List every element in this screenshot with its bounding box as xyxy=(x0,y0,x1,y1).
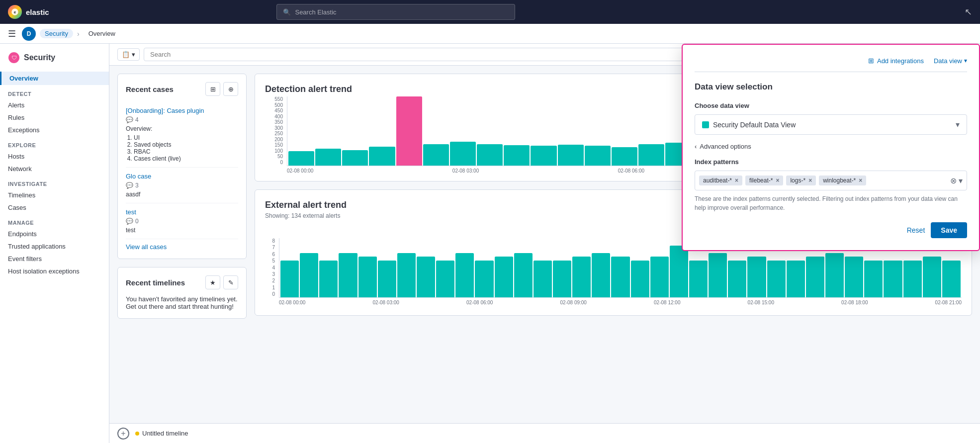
index-tag-remove-logs[interactable]: × xyxy=(808,177,812,184)
case-item-2: test 💬 0 test xyxy=(126,203,238,239)
bar xyxy=(436,261,454,297)
comment-count-1: 3 xyxy=(135,182,139,189)
breadcrumb-overview[interactable]: Overview xyxy=(84,29,120,38)
bar xyxy=(806,257,824,297)
sidebar-item-alerts[interactable]: Alerts xyxy=(0,99,109,111)
bar xyxy=(650,257,669,297)
add-integrations-label: Add integrations xyxy=(877,57,924,65)
advanced-chevron-icon: ‹ xyxy=(695,143,697,150)
elastic-logo[interactable]: e elastic xyxy=(8,5,49,19)
list-item: UI xyxy=(134,134,238,141)
timelines-card-actions: ★ ✎ xyxy=(205,275,238,289)
filter-toggle-btn[interactable]: 📋 ▾ xyxy=(117,48,140,61)
tags-clear-btn[interactable]: ⊗ xyxy=(950,176,957,185)
svg-text:e: e xyxy=(14,10,16,14)
sidebar-item-hosts[interactable]: Hosts xyxy=(0,150,109,163)
list-item: RBAC xyxy=(134,148,238,155)
cases-new-btn[interactable]: ⊕ xyxy=(223,82,238,96)
filter-icon: 📋 xyxy=(122,51,130,58)
hamburger-menu[interactable]: ☰ xyxy=(8,28,16,39)
untitled-timeline[interactable]: Untitled timeline xyxy=(135,430,188,437)
global-search-bar[interactable]: 🔍 Search Elastic xyxy=(276,4,515,20)
y-label: 6 xyxy=(272,252,275,257)
bar xyxy=(455,253,474,297)
y-label: 550 xyxy=(274,96,283,102)
advanced-options-toggle[interactable]: ‹ Advanced options xyxy=(695,143,967,150)
bar xyxy=(495,257,513,297)
sidebar-item-exceptions[interactable]: Exceptions xyxy=(0,124,109,136)
content-area: 📋 ▾ 🌐 + Add filter Recent cases ⊞ ⊕ xyxy=(109,44,980,443)
breadcrumb-bar: ☰ D Security › Overview xyxy=(0,24,980,44)
save-button[interactable]: Save xyxy=(931,222,967,238)
sidebar-item-rules[interactable]: Rules xyxy=(0,111,109,124)
case-desc-0: Overview: xyxy=(126,125,238,132)
sidebar-item-network[interactable]: Network xyxy=(0,163,109,175)
sidebar-app-title: Security xyxy=(24,53,55,62)
timelines-card-header: Recent timelines ★ ✎ xyxy=(126,275,238,289)
cases-filter-btn[interactable]: ⊞ xyxy=(205,82,220,96)
bar xyxy=(553,261,571,297)
reset-button[interactable]: Reset xyxy=(907,226,925,234)
bar xyxy=(534,261,552,297)
bar xyxy=(787,261,805,297)
index-tag-remove-filebeat[interactable]: × xyxy=(776,177,779,184)
avatar[interactable]: D xyxy=(22,27,36,41)
timelines-star-btn[interactable]: ★ xyxy=(205,275,220,289)
sidebar-item-event-filters[interactable]: Event filters xyxy=(0,253,109,265)
data-view-btn[interactable]: Data view ▾ xyxy=(934,57,967,65)
bar xyxy=(397,253,416,297)
sidebar-section-detect: Detect xyxy=(0,85,109,99)
timeline-dot xyxy=(135,432,139,436)
y-label: 350 xyxy=(274,119,283,125)
card-header: Recent cases ⊞ ⊕ xyxy=(126,82,238,96)
bar xyxy=(514,253,533,297)
view-all-cases-link[interactable]: View all cases xyxy=(126,243,238,251)
index-tags-container: auditbeat-* × filebeat-* × logs-* × winl… xyxy=(695,171,967,190)
y-label: 50 xyxy=(277,154,283,159)
data-view-label: Data view xyxy=(934,57,962,65)
x-label: 02-08 03:00 xyxy=(373,300,399,305)
sidebar-item-trusted-apps[interactable]: Trusted applications xyxy=(0,240,109,253)
bar xyxy=(825,253,844,297)
recent-cases-card: Recent cases ⊞ ⊕ [Onboarding]: Cases plu… xyxy=(117,74,247,259)
logo-icon: e xyxy=(8,5,22,19)
case-link-0[interactable]: [Onboarding]: Cases plugin xyxy=(126,107,238,114)
add-timeline-btn[interactable]: + xyxy=(117,428,129,440)
case-link-2[interactable]: test xyxy=(126,208,238,216)
elastic-wordmark: elastic xyxy=(26,8,49,16)
bar xyxy=(475,261,493,297)
breadcrumb-separator: › xyxy=(77,30,80,38)
y-label: 7 xyxy=(272,245,275,250)
timelines-edit-btn[interactable]: ✎ xyxy=(223,275,238,289)
y-label: 250 xyxy=(274,131,283,136)
case-link-1[interactable]: Glo case xyxy=(126,173,238,180)
sidebar-item-cases[interactable]: Cases xyxy=(0,201,109,214)
breadcrumb-security[interactable]: Security xyxy=(40,29,73,38)
index-tag-label: logs-* xyxy=(790,177,805,184)
tags-expand-btn[interactable]: ▾ xyxy=(959,176,963,185)
index-tag-remove-auditbeat[interactable]: × xyxy=(735,177,738,184)
add-integrations-btn[interactable]: ⊞ Add integrations xyxy=(868,57,924,65)
index-tag-remove-winlogbeat[interactable]: × xyxy=(859,177,862,184)
y-label: 300 xyxy=(274,125,283,131)
index-tag-label: auditbeat-* xyxy=(703,177,732,184)
sidebar-scroll: Overview Detect Alerts Rules Exceptions … xyxy=(0,72,109,277)
sidebar-item-endpoints[interactable]: Endpoints xyxy=(0,228,109,240)
bar xyxy=(319,261,338,297)
bar xyxy=(378,261,396,297)
sidebar-item-timelines[interactable]: Timelines xyxy=(0,189,109,201)
index-tag-auditbeat: auditbeat-* × xyxy=(699,176,742,185)
data-view-dropdown[interactable]: Security Default Data View ▾ xyxy=(695,114,967,135)
card-actions: ⊞ ⊕ xyxy=(205,82,238,96)
bar xyxy=(585,146,611,166)
list-item: Cases client (live) xyxy=(134,155,238,162)
y-label: 100 xyxy=(274,148,283,154)
sidebar-item-host-isolation[interactable]: Host isolation exceptions xyxy=(0,265,109,277)
sidebar-item-overview[interactable]: Overview xyxy=(0,72,109,85)
x-label: 02-08 06:00 xyxy=(618,168,644,174)
bar xyxy=(631,261,649,297)
panel-title: Data view selection xyxy=(695,82,967,92)
index-tag-filebeat: filebeat-* × xyxy=(745,176,783,185)
y-label: 150 xyxy=(274,142,283,148)
bottom-bar: + Untitled timeline xyxy=(109,423,980,443)
